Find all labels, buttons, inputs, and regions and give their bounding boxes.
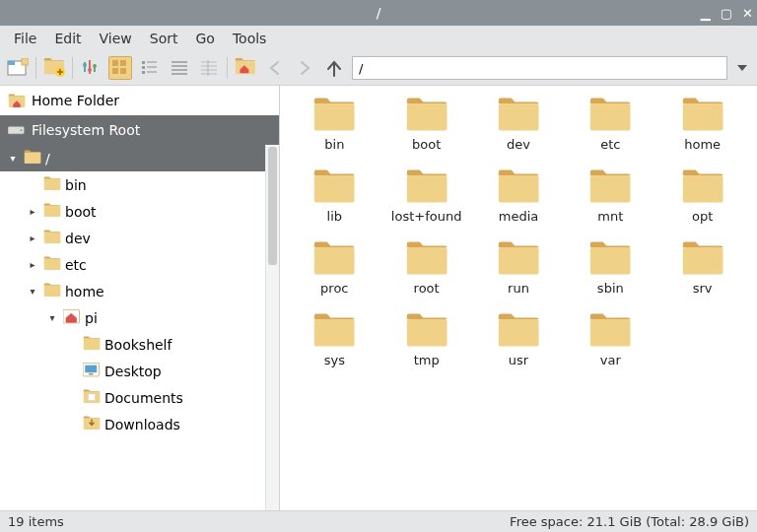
folder-icon: [497, 169, 540, 205]
folder-tmp[interactable]: tmp: [383, 313, 470, 367]
folder-label: opt: [692, 209, 713, 224]
tree-expander-icon[interactable]: •: [26, 179, 39, 190]
menu-file[interactable]: File: [6, 28, 44, 49]
tree-item-downloads[interactable]: •Downloads: [0, 411, 265, 437]
window-title: /: [377, 5, 381, 21]
go-up-button[interactable]: [322, 56, 346, 80]
menu-edit[interactable]: Edit: [46, 28, 89, 49]
tree-item-bin[interactable]: •bin: [0, 171, 265, 198]
icon-view-button[interactable]: [108, 56, 132, 80]
svg-rect-9: [8, 61, 15, 65]
tree-expander-icon[interactable]: ▾: [26, 286, 39, 297]
tree-expander-icon[interactable]: ▾: [6, 153, 20, 164]
tree-folder-icon: [63, 309, 81, 327]
tree-item-etc[interactable]: ▸etc: [0, 251, 265, 278]
folder-dev[interactable]: dev: [475, 98, 562, 152]
folder-opt[interactable]: opt: [659, 169, 746, 224]
maximize-button[interactable]: ▢: [721, 6, 732, 21]
place-home-folder[interactable]: Home Folder: [0, 86, 279, 115]
folder-icon: [405, 98, 448, 133]
menu-go[interactable]: Go: [188, 28, 223, 49]
svg-rect-18: [112, 60, 118, 66]
folder-var[interactable]: var: [567, 313, 654, 367]
tree-expander-icon[interactable]: ▾: [45, 312, 59, 323]
folder-srv[interactable]: srv: [659, 241, 746, 296]
toolbar: /: [0, 51, 757, 85]
svg-rect-26: [142, 71, 145, 74]
folder-proc[interactable]: proc: [291, 241, 378, 296]
new-folder-button[interactable]: [42, 56, 66, 80]
folder-label: srv: [693, 281, 713, 296]
path-history-dropdown[interactable]: [733, 56, 751, 80]
folder-mnt[interactable]: mnt: [567, 169, 654, 224]
path-input[interactable]: /: [352, 56, 727, 80]
svg-rect-25: [147, 66, 157, 68]
place-filesystem-root[interactable]: Filesystem Root: [0, 115, 279, 145]
tree-expander-icon[interactable]: •: [65, 366, 79, 376]
tree-folder-icon: [83, 416, 101, 433]
close-button[interactable]: ✕: [742, 6, 753, 21]
tree-item-label: Bookshelf: [104, 337, 172, 353]
folder-boot[interactable]: boot: [383, 98, 470, 152]
tree-expander-icon[interactable]: ▸: [26, 206, 39, 217]
go-home-button[interactable]: [234, 56, 257, 80]
tree-item-[interactable]: ▾/: [0, 145, 265, 171]
tree-item-pi[interactable]: ▾pi: [0, 304, 265, 331]
menu-tools[interactable]: Tools: [225, 28, 275, 49]
tree-item-label: dev: [65, 231, 91, 246]
folder-label: sys: [324, 353, 345, 367]
tree-expander-icon[interactable]: •: [65, 419, 79, 430]
folder-sbin[interactable]: sbin: [567, 241, 654, 296]
folder-label: media: [499, 209, 539, 224]
folder-sys[interactable]: sys: [291, 313, 378, 367]
folder-lostfound[interactable]: lost+found: [383, 169, 470, 224]
tree-expander-icon[interactable]: •: [65, 392, 79, 403]
folder-media[interactable]: media: [475, 169, 562, 224]
folder-content[interactable]: binbootdevetchomeliblost+foundmediamntop…: [280, 86, 757, 510]
sidebar-scrollbar[interactable]: [265, 145, 279, 510]
folder-label: sbin: [597, 281, 624, 296]
folder-icon: [588, 313, 632, 349]
tree-item-boot[interactable]: ▸boot: [0, 198, 265, 225]
folder-bin[interactable]: bin: [291, 98, 378, 152]
folder-label: var: [600, 353, 621, 367]
folder-icon: [588, 169, 632, 205]
new-tab-button[interactable]: [6, 56, 30, 80]
tree-item-home[interactable]: ▾home: [0, 278, 265, 304]
tree-item-documents[interactable]: •Documents: [0, 384, 265, 411]
folder-root[interactable]: root: [383, 241, 470, 296]
folder-home[interactable]: home: [659, 98, 746, 152]
tree-expander-icon[interactable]: ▸: [26, 233, 39, 243]
tree-expander-icon[interactable]: •: [65, 339, 79, 350]
tree-view: ▾/•bin▸boot▸dev▸etc▾home▾pi•Bookshelf•De…: [0, 145, 265, 510]
folder-run[interactable]: run: [475, 241, 562, 296]
svg-rect-23: [147, 61, 157, 63]
folder-icon: [497, 241, 540, 277]
menu-view[interactable]: View: [92, 28, 140, 49]
go-forward-button[interactable]: [293, 56, 316, 80]
places-list: Home Folder Filesystem Root: [0, 86, 279, 145]
minimize-button[interactable]: ▁: [701, 6, 711, 21]
status-item-count: 19 items: [8, 514, 64, 529]
titlebar: / ▁ ▢ ✕: [0, 0, 757, 26]
list-view-button[interactable]: [168, 56, 191, 80]
folder-label: root: [414, 281, 440, 296]
folder-lib[interactable]: lib: [291, 169, 378, 224]
svg-rect-20: [112, 68, 118, 74]
tree-item-desktop[interactable]: •Desktop: [0, 358, 265, 384]
scrollbar-thumb[interactable]: [268, 147, 277, 265]
folder-usr[interactable]: usr: [475, 313, 562, 367]
folder-icon: [588, 241, 632, 277]
folder-label: lost+found: [391, 209, 462, 224]
menu-sort[interactable]: Sort: [142, 28, 186, 49]
folder-etc[interactable]: etc: [567, 98, 654, 152]
tree-expander-icon[interactable]: ▸: [26, 259, 39, 270]
go-back-button[interactable]: [263, 56, 287, 80]
tree-item-dev[interactable]: ▸dev: [0, 225, 265, 251]
tree-item-label: Desktop: [104, 364, 162, 379]
view-preferences-button[interactable]: [79, 56, 103, 80]
tree-item-bookshelf[interactable]: •Bookshelf: [0, 331, 265, 358]
detail-view-button[interactable]: [197, 56, 221, 80]
compact-view-button[interactable]: [138, 56, 162, 80]
tree-item-label: Documents: [104, 390, 183, 406]
